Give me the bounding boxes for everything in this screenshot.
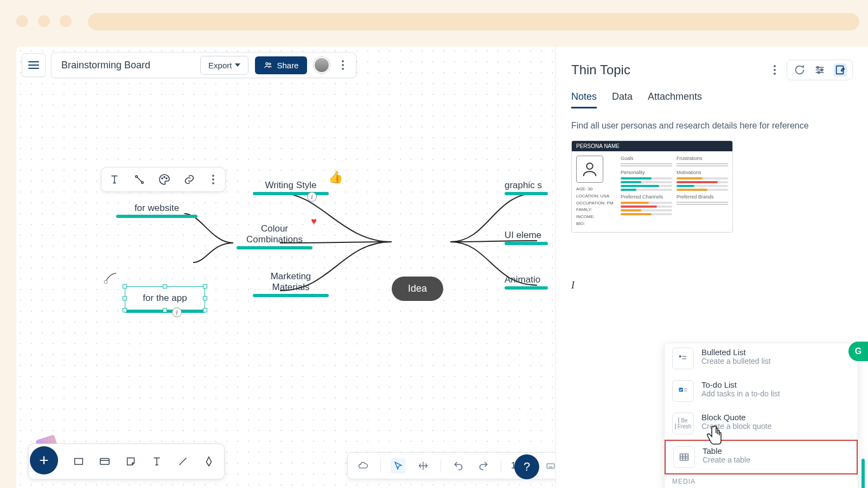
svg-point-1 bbox=[266, 62, 268, 65]
node-for-the-app-selected[interactable]: for the app i bbox=[125, 286, 205, 310]
scrollbar-indicator[interactable] bbox=[861, 459, 865, 488]
tab-attachments[interactable]: Attachments bbox=[648, 91, 702, 108]
add-button[interactable]: + bbox=[30, 446, 58, 474]
help-button[interactable]: ? bbox=[514, 454, 539, 479]
info-icon[interactable]: i bbox=[172, 307, 182, 317]
pan-tool[interactable] bbox=[416, 458, 431, 473]
text-shape[interactable] bbox=[149, 454, 164, 469]
svg-point-26 bbox=[679, 356, 681, 357]
text-tool[interactable] bbox=[107, 172, 122, 187]
main-menu-button[interactable] bbox=[22, 53, 46, 77]
export-button[interactable]: Export bbox=[200, 56, 248, 75]
dd-block-quote[interactable]: BeFresh Block QuoteCreate a block quote bbox=[665, 407, 858, 440]
people-icon bbox=[264, 61, 272, 69]
tab-data[interactable]: Data bbox=[612, 91, 633, 108]
node-marketing-materials[interactable]: MarketingMaterials bbox=[253, 271, 329, 297]
text-cursor: I bbox=[571, 280, 575, 291]
panel-title: Thin Topic bbox=[571, 62, 630, 78]
panel-tabs: Notes Data Attachments bbox=[571, 91, 853, 109]
dd-todo-list[interactable]: To-do ListAdd tasks in a to-do list bbox=[665, 375, 858, 407]
note-body-text[interactable]: Find all user personas and research deta… bbox=[571, 121, 853, 131]
settings-sliders-icon[interactable] bbox=[813, 63, 826, 76]
connector-tool[interactable] bbox=[132, 172, 147, 187]
persona-header: PERSONA NAME bbox=[572, 141, 732, 151]
persona-preview-card[interactable]: PERSONA NAME AGE: 30LOCATION: USAOCCUPAT… bbox=[571, 140, 733, 233]
svg-point-25 bbox=[586, 163, 592, 169]
svg-rect-8 bbox=[75, 459, 83, 465]
node-colour-combinations[interactable]: ColourCombinations ♥ bbox=[237, 223, 312, 249]
svg-point-6 bbox=[164, 177, 165, 178]
shape-card[interactable] bbox=[97, 454, 112, 469]
cloud-sync-icon[interactable] bbox=[355, 458, 371, 473]
app-frame: Brainstorming Board Export Share Idea Wr… bbox=[16, 47, 868, 488]
title-bar: Brainstorming Board Export Share bbox=[51, 52, 356, 78]
node-for-website[interactable]: for website bbox=[116, 203, 197, 218]
svg-rect-12 bbox=[547, 464, 554, 468]
node-writing-style[interactable]: Writing Style 👍 i bbox=[253, 180, 329, 195]
dd-table[interactable]: TableCreate a table bbox=[665, 440, 858, 474]
tab-notes[interactable]: Notes bbox=[571, 91, 597, 108]
quote-icon: BeFresh bbox=[672, 413, 694, 434]
caret-down-icon bbox=[235, 63, 240, 67]
mindmap-connectors bbox=[16, 47, 559, 480]
person-icon bbox=[576, 156, 603, 183]
svg-point-0 bbox=[104, 280, 107, 284]
floating-format-toolbar bbox=[101, 167, 226, 192]
top-toolbar: Brainstorming Board Export Share bbox=[22, 52, 356, 78]
comments-icon[interactable] bbox=[793, 63, 806, 76]
browser-url-bar bbox=[88, 13, 859, 30]
line-shape[interactable] bbox=[175, 454, 190, 469]
shape-rect[interactable] bbox=[71, 454, 86, 469]
svg-point-4 bbox=[142, 182, 144, 184]
g2-badge[interactable]: G bbox=[848, 342, 868, 361]
svg-rect-32 bbox=[680, 454, 688, 460]
table-icon bbox=[673, 446, 695, 468]
panel-mode-switch bbox=[787, 60, 853, 80]
link-tool[interactable] bbox=[182, 172, 197, 187]
svg-point-5 bbox=[162, 178, 163, 179]
dd-bulleted-list[interactable]: Bulleted ListCreate a bulleted list bbox=[665, 345, 858, 375]
color-tool[interactable] bbox=[157, 172, 172, 187]
notes-edit-icon[interactable] bbox=[834, 63, 847, 76]
side-panel: Thin Topic Notes Data Attachments Find a… bbox=[556, 47, 868, 488]
user-avatar[interactable] bbox=[314, 57, 330, 73]
share-button[interactable]: Share bbox=[255, 56, 307, 74]
shape-toolbar: + bbox=[28, 444, 225, 479]
pen-shape[interactable] bbox=[201, 454, 216, 469]
mindmap-center-node[interactable]: Idea bbox=[392, 277, 443, 301]
svg-point-3 bbox=[136, 176, 138, 178]
svg-line-11 bbox=[180, 458, 187, 465]
todo-list-icon bbox=[672, 380, 694, 402]
dd-category-media: MEDIA bbox=[665, 474, 858, 486]
info-icon[interactable]: i bbox=[307, 192, 317, 202]
svg-point-2 bbox=[269, 63, 271, 65]
bulleted-list-icon bbox=[672, 348, 694, 369]
more-menu-button[interactable] bbox=[336, 60, 349, 70]
select-tool[interactable] bbox=[391, 458, 406, 473]
svg-point-7 bbox=[166, 178, 167, 179]
format-more-button[interactable] bbox=[207, 175, 220, 184]
insert-block-dropdown: Bulleted ListCreate a bulleted list To-d… bbox=[664, 343, 858, 488]
undo-button[interactable] bbox=[451, 458, 466, 473]
panel-more-button[interactable] bbox=[768, 65, 781, 75]
heart-icon: ♥ bbox=[311, 216, 317, 227]
svg-rect-9 bbox=[100, 459, 110, 465]
svg-rect-24 bbox=[837, 66, 844, 74]
board-title[interactable]: Brainstorming Board bbox=[61, 60, 150, 71]
shape-sticky[interactable] bbox=[123, 454, 138, 469]
thumbs-up-icon: 👍 bbox=[328, 170, 343, 184]
redo-button[interactable] bbox=[476, 458, 491, 473]
